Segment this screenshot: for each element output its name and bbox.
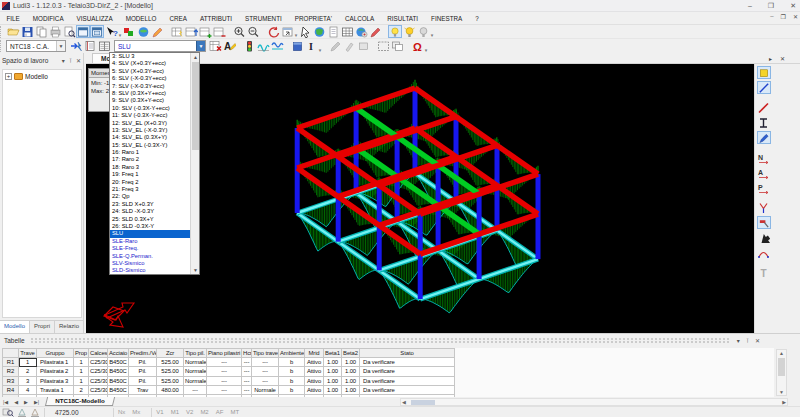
- dropdown-item[interactable]: 16: Raro 1: [110, 149, 199, 156]
- arc-red-icon[interactable]: [757, 246, 771, 259]
- dropdown-item[interactable]: 4: SLV (X+0.3Y+ecc): [110, 60, 199, 67]
- frame-two-icon[interactable]: [390, 40, 404, 53]
- table-cell[interactable]: B450C: [108, 376, 129, 385]
- dropdown-item[interactable]: 12: SLV_EL (X+0.3Y): [110, 120, 199, 127]
- bulb-gray-icon[interactable]: [416, 25, 430, 38]
- dropdown-item[interactable]: 18: Raro 3: [110, 164, 199, 171]
- box-gray-icon[interactable]: [356, 40, 370, 53]
- pencil-orange-icon[interactable]: [150, 25, 164, 38]
- table-cell[interactable]: R4: [3, 385, 19, 394]
- frame-one-icon[interactable]: [376, 40, 390, 53]
- table-cell[interactable]: ---: [252, 358, 279, 367]
- close-button[interactable]: ✕: [790, 0, 796, 12]
- table-cell[interactable]: Normale: [184, 367, 207, 376]
- table-cell[interactable]: ---: [242, 385, 252, 394]
- menu-calcola[interactable]: CALCOLA: [338, 15, 380, 22]
- table-cell[interactable]: Pilastrata 3: [37, 376, 74, 385]
- table-cell[interactable]: ---: [242, 367, 252, 376]
- mdi-restore-button[interactable]: ❐: [781, 13, 786, 20]
- menu-modifica[interactable]: MODIFICA: [26, 15, 70, 22]
- scroll-up-icon[interactable]: ▲: [191, 53, 200, 61]
- table-cell[interactable]: 480.00: [157, 385, 184, 394]
- globe-blue-icon[interactable]: [136, 25, 150, 38]
- hscroll-right-icon[interactable]: ▶: [782, 399, 786, 405]
- notebook-red-icon[interactable]: [83, 40, 97, 53]
- table-cell[interactable]: B450C: [108, 367, 129, 376]
- next-sheet-icon[interactable]: ▶: [21, 399, 31, 405]
- a-arrow-icon[interactable]: A: [757, 166, 771, 179]
- dropdown-item[interactable]: SLE-Freq.: [110, 245, 199, 252]
- menu-visualizza[interactable]: VISUALIZZA: [70, 15, 119, 22]
- table-cell[interactable]: R3: [3, 376, 19, 385]
- tree-expand-icon[interactable]: +: [5, 73, 12, 80]
- paint-red-icon[interactable]: [122, 25, 136, 38]
- table-scroll-down-icon[interactable]: ▼: [777, 389, 786, 395]
- bulb-yellow2-icon[interactable]: [402, 25, 416, 38]
- table-cell[interactable]: 1.00: [342, 367, 360, 376]
- table-cell[interactable]: C25/30: [89, 376, 108, 385]
- last-sheet-icon[interactable]: ▶|: [31, 399, 42, 405]
- table-cell[interactable]: C25/30: [89, 358, 108, 367]
- table-cell[interactable]: b: [279, 376, 305, 385]
- workspace-close-icon[interactable]: ✕: [76, 57, 81, 64]
- table-cell[interactable]: Pil.: [129, 358, 157, 367]
- dropdown-item[interactable]: 19: Freq 1: [110, 171, 199, 178]
- table-cell[interactable]: Da verificare: [360, 376, 455, 385]
- dropdown-item[interactable]: 10: SLV (-0.3X-Y+ecc): [110, 105, 199, 112]
- status-component-v2[interactable]: V2: [186, 409, 193, 415]
- table-cell[interactable]: Normale: [184, 358, 207, 367]
- workspace-dropdown-icon[interactable]: ▾: [62, 57, 65, 64]
- table-cell[interactable]: ---: [207, 385, 242, 394]
- table-cell[interactable]: 525.00: [157, 376, 184, 385]
- dropdown-item[interactable]: SLV-Sismico: [110, 260, 199, 267]
- pencil-gray-icon[interactable]: [328, 40, 342, 53]
- menu-?[interactable]: ?: [469, 15, 486, 22]
- panel-grip[interactable]: [31, 338, 731, 344]
- pen-gray-icon[interactable]: [342, 40, 356, 53]
- ibeam-text-icon[interactable]: I: [304, 40, 318, 53]
- p-arrow-icon[interactable]: P: [757, 181, 771, 194]
- menu-proprieta[interactable]: PROPRIETA': [288, 15, 338, 22]
- column-header-acciaio[interactable]: Acciaio: [108, 349, 129, 358]
- dropdown-item[interactable]: 24: SLD -X-0.3Y: [110, 208, 199, 215]
- status-component-mt[interactable]: MT: [230, 409, 239, 415]
- table-cell[interactable]: ---: [207, 367, 242, 376]
- menu-risultati[interactable]: RISULTATI: [381, 15, 425, 22]
- dropdown-item[interactable]: 7: SLV (-X-0.3Y-ecc): [110, 83, 199, 90]
- table-cell[interactable]: b: [279, 358, 305, 367]
- column-header-tipopil[interactable]: Tipo pil.: [184, 349, 207, 358]
- table-cell[interactable]: Pilastrata 2: [37, 367, 74, 376]
- workspace-pin-icon[interactable]: ⊺: [69, 57, 72, 64]
- status-component-af[interactable]: AF: [216, 409, 224, 415]
- table-cell[interactable]: ---: [207, 376, 242, 385]
- table-cell[interactable]: ---: [242, 376, 252, 385]
- wave-cyan2-icon[interactable]: [270, 40, 284, 53]
- design-code-combo[interactable]: NTC18 - C.A. ▼: [6, 40, 66, 52]
- status-zoom-icon[interactable]: [2, 407, 14, 417]
- column-header-hcr[interactable]: Hcr: [242, 349, 252, 358]
- status-delta2-icon[interactable]: [30, 407, 40, 417]
- fork-redblue-icon[interactable]: [757, 201, 771, 214]
- column-header-calcestr[interactable]: Calcestr: [89, 349, 108, 358]
- hammer-red-icon[interactable]: [757, 216, 771, 229]
- ybox-icon[interactable]: [757, 66, 771, 79]
- tabstrip-scroll-icon[interactable]: ▸: [769, 55, 772, 62]
- tables-close-icon[interactable]: ✕: [755, 337, 760, 344]
- refresh-red-icon[interactable]: [266, 25, 280, 38]
- status-delta1-icon[interactable]: [17, 407, 27, 417]
- table-cell[interactable]: 2: [19, 367, 37, 376]
- a-pencil-yellow-icon[interactable]: A: [222, 40, 236, 53]
- window-model-icon[interactable]: [76, 25, 90, 38]
- window-arrow-icon[interactable]: [280, 25, 294, 38]
- table-cell[interactable]: 1: [74, 376, 89, 385]
- menu-crea[interactable]: CREA: [163, 15, 194, 22]
- column-header-tipotrave[interactable]: Tipo trave: [252, 349, 279, 358]
- dropdown-item[interactable]: SLE-Q.Perman.: [110, 253, 199, 260]
- bulb-yellow-icon[interactable]: [388, 25, 402, 38]
- column-header-corner[interactable]: [3, 349, 19, 358]
- table-cell[interactable]: ---: [207, 358, 242, 367]
- column-header-zcr[interactable]: Zcr: [157, 349, 184, 358]
- table-cell[interactable]: Pilastrata 1: [37, 358, 74, 367]
- t-gray-icon[interactable]: T: [757, 266, 771, 279]
- table-cell[interactable]: 525.00: [157, 358, 184, 367]
